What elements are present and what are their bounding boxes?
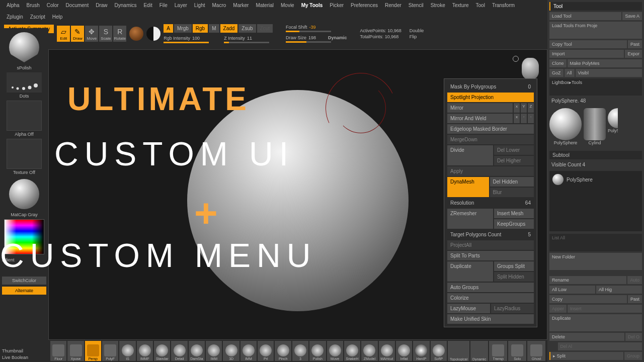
- blur-button[interactable]: Blur: [490, 188, 534, 197]
- shelf-immf[interactable]: IMMF: [137, 341, 153, 361]
- menu-tool[interactable]: Tool: [472, 1, 489, 10]
- texture-swatch[interactable]: Texture Off: [2, 139, 46, 175]
- menu-stroke[interactable]: Stroke: [427, 1, 449, 10]
- weld-z-icon[interactable]: ·: [528, 114, 534, 123]
- shelf-3[interactable]: 3: [292, 341, 308, 361]
- spotlight-projection-button[interactable]: Spotlight Projection: [447, 93, 534, 102]
- shelf-imm2[interactable]: IMM: [240, 341, 257, 361]
- shelf-topological[interactable]: Topological: [448, 341, 469, 361]
- del-all-button[interactable]: Del Al: [558, 342, 642, 350]
- save-as-button[interactable]: Save A: [622, 12, 642, 20]
- nav-head-icon[interactable]: [522, 58, 539, 79]
- double-toggle[interactable]: Double: [410, 28, 424, 33]
- list-all-button[interactable]: List All: [549, 234, 642, 251]
- clone-button[interactable]: Clone: [549, 59, 567, 67]
- copy-tool-button[interactable]: Copy Tool: [549, 40, 627, 48]
- mask-preview-icon[interactable]: [146, 27, 160, 41]
- menu-transform[interactable]: Transform: [489, 1, 518, 10]
- polysphere2-thumb[interactable]: PolyS: [608, 108, 618, 145]
- menu-mytools[interactable]: My Tools: [298, 1, 327, 10]
- shelf-detail[interactable]: Detail: [171, 341, 187, 361]
- keep-groups-button[interactable]: KeepGroups: [494, 219, 534, 229]
- goz-button[interactable]: GoZ: [549, 69, 564, 77]
- shelf-floor[interactable]: Floor: [50, 341, 66, 361]
- polysphere-thumb[interactable]: PolySphere: [549, 108, 582, 145]
- group-button[interactable]: Group: [624, 352, 642, 360]
- weld-y-icon[interactable]: ·: [521, 114, 527, 123]
- rgb-intensity-slider[interactable]: Rgb Intensity100: [164, 36, 209, 43]
- a-toggle[interactable]: A: [164, 24, 173, 33]
- shelf-3d[interactable]: 3D: [223, 341, 239, 361]
- groups-split-button[interactable]: Groups Split: [494, 261, 534, 271]
- mergedown-button[interactable]: MergeDown: [447, 135, 534, 144]
- export-button[interactable]: Expor: [625, 50, 642, 58]
- load-tool-button[interactable]: Load Tool: [549, 12, 621, 20]
- focal-shift-slider[interactable]: Focal Shift-39: [286, 25, 347, 32]
- lightbox-tools-label[interactable]: Lightbox▸Tools: [549, 78, 642, 96]
- scale-mode-button[interactable]: SScale: [99, 26, 112, 42]
- draw-mode-button[interactable]: ✎Draw: [71, 26, 84, 42]
- shelf-xpose[interactable]: Xpose: [67, 341, 84, 361]
- shelf-imm[interactable]: IMM: [206, 341, 222, 361]
- subtool-header[interactable]: Subtool: [549, 151, 642, 159]
- menu-light[interactable]: Light: [191, 1, 209, 10]
- mrgb-toggle[interactable]: Mrgb: [174, 24, 192, 33]
- edgeloop-button[interactable]: Edgeloop Masked Border: [447, 124, 534, 134]
- load-tools-from-project-button[interactable]: Load Tools From Proje: [549, 22, 642, 39]
- m-toggle[interactable]: M: [209, 24, 219, 33]
- menu-dynamics[interactable]: Dynamics: [111, 1, 140, 10]
- shelf-ghost[interactable]: Ghost: [527, 341, 545, 361]
- menu-color[interactable]: Color: [43, 1, 62, 10]
- shelf-pri[interactable]: Pri: [258, 341, 274, 361]
- shelf-damsta[interactable]: DamSta: [189, 341, 205, 361]
- menu-zscript[interactable]: Zscript: [27, 13, 49, 21]
- project-all-button[interactable]: ProjectAll: [447, 240, 534, 250]
- duplicate-button[interactable]: Duplicate: [447, 261, 493, 282]
- resolution-slider[interactable]: Resolution 64: [447, 198, 534, 208]
- menu-file[interactable]: File: [156, 1, 171, 10]
- menu-edit[interactable]: Edit: [140, 1, 155, 10]
- alternate-button[interactable]: Alternate: [2, 287, 46, 295]
- goz-visible-button[interactable]: Visibl: [576, 69, 642, 77]
- mirror-y-icon[interactable]: Y: [521, 103, 527, 113]
- divide-button[interactable]: Divide: [447, 145, 493, 165]
- menu-stencil[interactable]: Stencil: [405, 1, 427, 10]
- shelf-softp[interactable]: SoftP: [431, 341, 447, 361]
- mirror-weld-button[interactable]: Mirror And Weld: [447, 114, 513, 123]
- weld-x-icon[interactable]: x: [514, 114, 520, 123]
- cylinder-thumb[interactable]: Cylind: [584, 108, 606, 145]
- del-lower-button[interactable]: Del Lower: [494, 145, 534, 155]
- mirror-x-icon[interactable]: x: [514, 103, 520, 113]
- split-hidden-button[interactable]: Split Hidden: [494, 272, 534, 282]
- rename-button[interactable]: Rename: [549, 276, 626, 284]
- shelf-move[interactable]: Move: [327, 341, 343, 361]
- edit-mode-button[interactable]: ▱Edit: [57, 26, 70, 42]
- brush-swatch[interactable]: sPolish: [2, 30, 46, 70]
- menu-movie[interactable]: Movie: [277, 1, 298, 10]
- menu-texture[interactable]: Texture: [449, 1, 472, 10]
- shelf-polish[interactable]: Polish: [309, 341, 326, 361]
- shelf-inflat[interactable]: Inflat: [396, 341, 412, 361]
- rotate-mode-button[interactable]: RRotate: [113, 26, 126, 42]
- shelf-zmodel[interactable]: ZModel: [361, 341, 377, 361]
- shelf-solo[interactable]: Solo: [508, 341, 526, 361]
- shelf-hardp[interactable]: HardP: [413, 341, 429, 361]
- menu-help[interactable]: Help: [49, 13, 66, 21]
- zadd-toggle[interactable]: Zadd: [220, 24, 238, 33]
- all-high-button[interactable]: All Hig: [596, 286, 642, 294]
- duplicate-subtool-button[interactable]: Duplicate: [549, 314, 642, 331]
- insert-button[interactable]: Insert: [568, 305, 642, 313]
- split-section-button[interactable]: ▸ Split: [549, 352, 623, 360]
- append-button[interactable]: Apper: [549, 305, 567, 313]
- paste-subtool-button[interactable]: Past: [628, 295, 642, 303]
- menu-preferences[interactable]: Preferences: [347, 1, 381, 10]
- auto-button[interactable]: Auto: [627, 276, 642, 284]
- stroke-swatch[interactable]: Dots: [2, 72, 46, 99]
- lazymouse-button[interactable]: LazyMouse: [447, 304, 490, 313]
- all-low-button[interactable]: All Low: [549, 286, 595, 294]
- mirror-z-icon[interactable]: Z: [528, 103, 534, 113]
- rgb-toggle[interactable]: Rgb: [193, 24, 208, 33]
- copy-subtool-button[interactable]: Copy: [549, 295, 627, 303]
- menu-render[interactable]: Render: [381, 1, 405, 10]
- make-polymesh-button[interactable]: Make PolyMes: [568, 59, 642, 67]
